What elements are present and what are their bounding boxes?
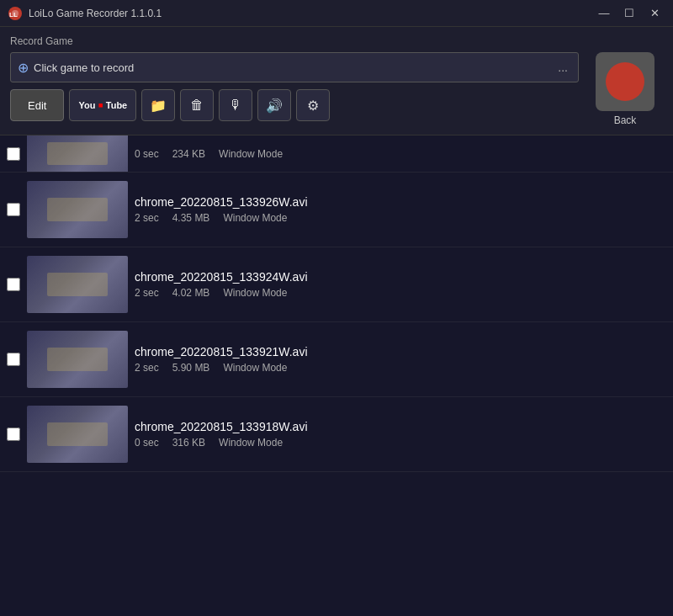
app-logo-icon: LL <box>7 5 24 22</box>
folder-button[interactable]: 📁 <box>141 89 175 121</box>
speaker-icon: 🔊 <box>266 98 283 114</box>
edit-button[interactable]: Edit <box>10 89 64 121</box>
file-info-2: chrome_20220815_133921W.avi 2 sec 5.90 M… <box>135 345 666 374</box>
mic-icon: 🎙 <box>229 98 242 113</box>
toolbar-row: Edit You ▪ Tube 📁 🗑 🎙 <box>10 89 579 121</box>
file-info-0: chrome_20220815_133926W.avi 2 sec 4.35 M… <box>135 195 666 224</box>
mic-button[interactable]: 🎙 <box>219 89 252 121</box>
file-mode-1: Window Mode <box>223 287 287 299</box>
file-meta-2: 2 sec 5.90 MB Window Mode <box>135 362 666 374</box>
file-size-2: 5.90 MB <box>172 362 210 374</box>
file-list[interactable]: 0 sec 234 KB Window Mode chrome_20220815… <box>0 135 673 616</box>
list-item[interactable]: chrome_20220815_133918W.avi 0 sec 316 KB… <box>0 397 673 472</box>
top-row: ⊕ Click game to record ... Edit You ▪ Tu… <box>10 52 663 126</box>
file-mode-partial: Window Mode <box>219 148 283 160</box>
gear-icon: ⚙ <box>307 98 319 114</box>
file-thumb-partial <box>27 135 128 173</box>
file-name-3: chrome_20220815_133918W.avi <box>135 420 666 433</box>
maximize-button[interactable]: ☐ <box>617 4 641 23</box>
window-controls: — ☐ ✕ <box>592 4 666 23</box>
file-meta-3: 0 sec 316 KB Window Mode <box>135 437 666 449</box>
search-placeholder-text: Click game to record <box>34 61 549 74</box>
file-meta-1: 2 sec 4.02 MB Window Mode <box>135 287 666 299</box>
youtube-label: You <box>78 100 95 110</box>
minimize-button[interactable]: — <box>592 4 616 23</box>
file-duration-1: 2 sec <box>135 287 159 299</box>
search-dots-button[interactable]: ... <box>554 61 571 74</box>
file-thumb-3 <box>27 406 128 463</box>
file-thumb-0 <box>27 181 128 238</box>
app-logo-area: LL LoiLo Game Recorder 1.1.0.1 <box>7 5 592 22</box>
folder-icon: 📁 <box>150 98 167 114</box>
trash-button[interactable]: 🗑 <box>180 89 214 121</box>
back-label: Back <box>614 114 637 126</box>
crosshair-icon: ⊕ <box>18 60 29 76</box>
file-size-1: 4.02 MB <box>172 287 210 299</box>
file-info-3: chrome_20220815_133918W.avi 0 sec 316 KB… <box>135 420 666 449</box>
settings-button[interactable]: ⚙ <box>296 89 330 121</box>
file-size-partial: 234 KB <box>172 148 205 160</box>
file-checkbox-0[interactable] <box>7 203 20 216</box>
file-duration-0: 2 sec <box>135 212 159 224</box>
file-mode-2: Window Mode <box>223 362 287 374</box>
record-circle-icon <box>606 62 644 101</box>
file-checkbox-1[interactable] <box>7 278 20 291</box>
file-duration-2: 2 sec <box>135 362 159 374</box>
top-panel: Record Game ⊕ Click game to record ... E… <box>0 27 673 135</box>
file-duration-partial: 0 sec <box>135 148 159 160</box>
close-button[interactable]: ✕ <box>643 4 666 23</box>
title-bar: LL LoiLo Game Recorder 1.1.0.1 — ☐ ✕ <box>0 0 673 27</box>
list-item[interactable]: chrome_20220815_133921W.avi 2 sec 5.90 M… <box>0 322 673 397</box>
trash-icon: 🗑 <box>190 98 204 113</box>
file-meta-partial: 0 sec 234 KB Window Mode <box>135 148 666 160</box>
main-content: Record Game ⊕ Click game to record ... E… <box>0 27 673 616</box>
record-button[interactable] <box>596 52 654 111</box>
file-size-0: 4.35 MB <box>172 212 210 224</box>
file-mode-3: Window Mode <box>219 437 283 449</box>
file-thumb-1 <box>27 256 128 313</box>
youtube-button[interactable]: You ▪ Tube <box>69 89 136 121</box>
file-name-2: chrome_20220815_133921W.avi <box>135 345 666 358</box>
record-label: Record Game <box>10 35 663 47</box>
list-item[interactable]: chrome_20220815_133924W.avi 2 sec 4.02 M… <box>0 247 673 322</box>
record-area: Back <box>587 52 663 126</box>
game-search-bar[interactable]: ⊕ Click game to record ... <box>10 52 579 82</box>
file-info-partial: 0 sec 234 KB Window Mode <box>135 148 666 160</box>
file-checkbox-3[interactable] <box>7 427 20 441</box>
file-name-0: chrome_20220815_133926W.avi <box>135 195 666 209</box>
speaker-button[interactable]: 🔊 <box>257 89 291 121</box>
file-thumb-2 <box>27 331 128 388</box>
file-item-partial[interactable]: 0 sec 234 KB Window Mode <box>0 135 673 173</box>
file-duration-3: 0 sec <box>135 437 159 449</box>
file-name-1: chrome_20220815_133924W.avi <box>135 270 666 284</box>
file-checkbox-partial[interactable] <box>7 147 20 161</box>
youtube-tube-label: Tube <box>106 100 127 110</box>
search-and-toolbar: ⊕ Click game to record ... Edit You ▪ Tu… <box>10 52 579 126</box>
svg-text:LL: LL <box>9 11 18 19</box>
youtube-red-dot: ▪ <box>98 98 103 113</box>
file-meta-0: 2 sec 4.35 MB Window Mode <box>135 212 666 224</box>
file-mode-0: Window Mode <box>223 212 287 224</box>
file-size-3: 316 KB <box>172 437 205 449</box>
file-checkbox-2[interactable] <box>7 353 20 366</box>
file-info-1: chrome_20220815_133924W.avi 2 sec 4.02 M… <box>135 270 666 299</box>
list-item[interactable]: chrome_20220815_133926W.avi 2 sec 4.35 M… <box>0 173 673 247</box>
app-title: LoiLo Game Recorder 1.1.0.1 <box>29 8 162 19</box>
